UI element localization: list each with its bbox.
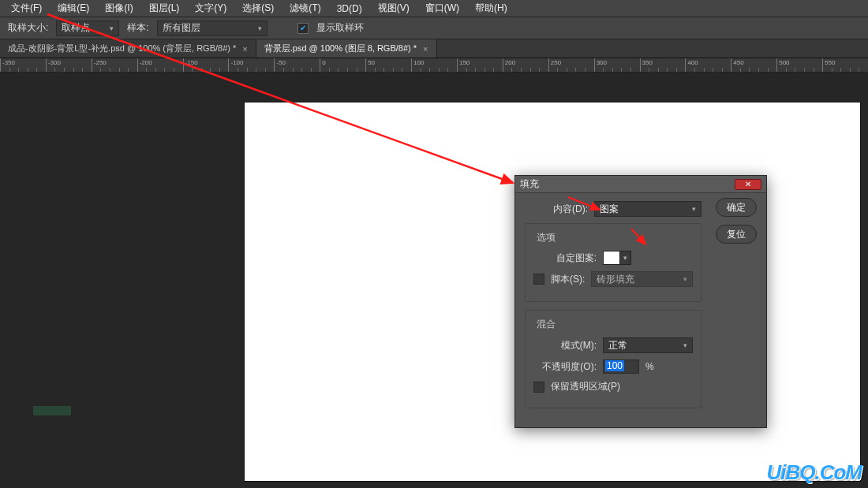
content-label: 内容(D): [525, 203, 588, 216]
custom-pattern-label: 自定图案: [533, 251, 597, 265]
preserve-transparency-checkbox[interactable] [533, 382, 544, 393]
reset-button[interactable]: 复位 [716, 225, 757, 244]
chevron-down-icon: ▾ [258, 24, 262, 32]
menu-type[interactable]: 文字(Y) [189, 0, 233, 17]
menu-help[interactable]: 帮助(H) [469, 0, 514, 17]
chevron-down-icon: ▾ [692, 205, 696, 213]
document-tabs: 成品-改阴影-背景L型-补光.psd @ 100% (背景层, RGB/8#) … [0, 39, 868, 58]
script-dropdown: 砖形填充 ▾ [591, 271, 693, 287]
watermark-logo: UiBQ.CoM [766, 460, 862, 485]
chevron-down-icon: ▾ [683, 341, 687, 349]
options-bar: 取样大小: 取样点 ▾ 样本: 所有图层 ▾ ✔ 显示取样环 [0, 17, 868, 39]
menu-filter[interactable]: 滤镜(T) [283, 0, 327, 17]
menu-view[interactable]: 视图(V) [372, 0, 416, 17]
sample-label: 样本: [127, 21, 148, 35]
tab-label: 成品-改阴影-背景L型-补光.psd @ 100% (背景层, RGB/8#) … [8, 43, 236, 54]
ok-button[interactable]: 确定 [716, 198, 757, 217]
blend-legend: 混合 [533, 318, 559, 331]
show-ring-label: 显示取样环 [316, 21, 364, 35]
pattern-swatch-dropdown[interactable]: ▾ [620, 251, 631, 265]
menu-3d[interactable]: 3D(D) [331, 2, 369, 16]
tab-document-1[interactable]: 成品-改阴影-背景L型-补光.psd @ 100% (背景层, RGB/8#) … [0, 39, 256, 58]
menu-image[interactable]: 图像(I) [99, 0, 139, 17]
options-legend: 选项 [533, 231, 559, 244]
chevron-down-icon: ▾ [683, 275, 687, 283]
dialog-titlebar[interactable]: 填充 ✕ [515, 176, 766, 193]
script-value: 砖形填充 [597, 273, 634, 286]
sample-dropdown[interactable]: 所有图层 ▾ [157, 20, 268, 36]
opacity-value: 100 [605, 360, 624, 371]
tab-document-2[interactable]: 背景层.psd @ 100% (图层 8, RGB/8#) * × [256, 39, 437, 58]
menu-window[interactable]: 窗口(W) [419, 0, 466, 17]
chevron-down-icon: ▾ [110, 24, 114, 32]
menu-layer[interactable]: 图层(L) [143, 0, 186, 17]
fill-dialog: 填充 ✕ 确定 复位 内容(D): 图案 ▾ 选项 自定图案: ▾ [514, 175, 767, 428]
content-value: 图案 [600, 203, 619, 216]
watermark-logo-small [33, 406, 71, 415]
opacity-input[interactable]: 100 [603, 359, 639, 374]
tab-label: 背景层.psd @ 100% (图层 8, RGB/8#) * [264, 43, 417, 54]
sample-size-label: 取样大小: [8, 21, 48, 35]
sample-size-dropdown[interactable]: 取样点 ▾ [56, 20, 119, 36]
menu-edit[interactable]: 编辑(E) [51, 0, 95, 17]
close-icon[interactable]: × [423, 44, 428, 54]
menu-bar: 文件(F) 编辑(E) 图像(I) 图层(L) 文字(Y) 选择(S) 滤镜(T… [0, 0, 868, 17]
close-icon[interactable]: × [242, 44, 247, 54]
menu-file[interactable]: 文件(F) [5, 0, 48, 17]
mode-value: 正常 [608, 339, 627, 352]
opacity-unit: % [645, 361, 654, 372]
preserve-transparency-label: 保留透明区域(P) [551, 380, 620, 393]
dialog-close-button[interactable]: ✕ [735, 179, 761, 190]
horizontal-ruler: -350-300-250-200-150-100-500501001502002… [0, 58, 868, 73]
menu-select[interactable]: 选择(S) [236, 0, 280, 17]
sample-size-value: 取样点 [62, 21, 90, 35]
script-label: 脚本(S): [551, 273, 585, 286]
dialog-title: 填充 [520, 177, 539, 191]
script-checkbox[interactable] [533, 274, 544, 285]
pattern-swatch[interactable] [603, 251, 620, 265]
content-dropdown[interactable]: 图案 ▾ [594, 201, 702, 217]
mode-dropdown[interactable]: 正常 ▾ [603, 337, 693, 353]
opacity-label: 不透明度(O): [533, 360, 597, 374]
show-ring-checkbox[interactable]: ✔ [297, 23, 309, 34]
sample-value: 所有图层 [163, 21, 200, 35]
mode-label: 模式(M): [533, 339, 597, 352]
